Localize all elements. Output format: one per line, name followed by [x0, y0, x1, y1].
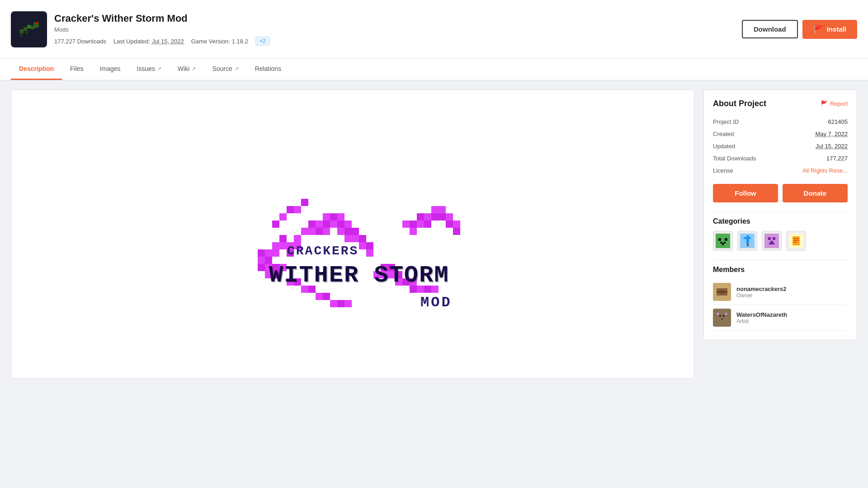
project-id-value: 621405	[828, 118, 848, 125]
svg-rect-50	[366, 242, 373, 249]
category-icon-2[interactable]	[762, 231, 782, 251]
about-title: About Project	[713, 99, 766, 108]
svg-rect-86	[330, 300, 337, 307]
categories-title: Categories	[713, 217, 848, 225]
svg-rect-63	[446, 213, 453, 221]
svg-rect-3	[27, 25, 31, 28]
download-button[interactable]: Download	[742, 20, 798, 38]
divider-2	[713, 260, 848, 260]
divider-1	[713, 211, 848, 212]
svg-rect-62	[439, 213, 446, 221]
updated-value: Jul 15, 2022	[816, 143, 848, 150]
category-icon-1[interactable]	[737, 231, 757, 251]
svg-rect-116	[793, 240, 799, 241]
wither-storm-image: CRACKERS WITHER STORM MOD WITHER STORM	[194, 121, 511, 347]
svg-rect-101	[720, 242, 722, 244]
svg-rect-57	[424, 213, 431, 221]
tab-source[interactable]: Source ↗	[204, 59, 246, 80]
svg-rect-109	[768, 237, 771, 240]
sidebar: About Project 🚩 Report Project ID 621405…	[703, 89, 857, 340]
svg-rect-41	[337, 221, 344, 228]
svg-rect-107	[747, 244, 749, 246]
svg-rect-99	[718, 238, 721, 241]
report-button[interactable]: 🚩 Report	[821, 100, 848, 107]
svg-rect-10	[35, 22, 37, 24]
svg-rect-51	[366, 249, 373, 257]
tab-images[interactable]: Images	[92, 59, 129, 80]
svg-rect-115	[793, 238, 799, 239]
svg-text:CRACKERS: CRACKERS	[287, 244, 359, 258]
svg-rect-112	[769, 243, 774, 244]
svg-rect-49	[359, 242, 366, 249]
svg-rect-47	[352, 235, 359, 242]
follow-button[interactable]: Follow	[713, 184, 778, 202]
svg-rect-21	[294, 235, 301, 242]
svg-rect-53	[410, 221, 417, 228]
svg-rect-90	[279, 213, 287, 221]
member-role-1: Artist	[736, 318, 848, 324]
top-actions: Download 🚩 Install	[742, 20, 857, 39]
svg-text:WITHER STORM: WITHER STORM	[270, 263, 450, 290]
member-row-0: nonamecrackers2 Owner	[713, 279, 848, 305]
svg-rect-33	[316, 221, 323, 228]
svg-rect-103	[722, 243, 724, 245]
svg-rect-66	[453, 228, 460, 235]
tab-relations[interactable]: Relations	[247, 59, 289, 80]
svg-rect-128	[717, 313, 719, 315]
donate-button[interactable]: Donate	[783, 184, 848, 202]
svg-rect-61	[439, 206, 446, 213]
svg-rect-36	[323, 221, 330, 228]
svg-rect-7	[25, 31, 28, 33]
svg-rect-31	[308, 221, 316, 228]
tab-description[interactable]: Description	[11, 59, 62, 80]
about-card: About Project 🚩 Report Project ID 621405…	[703, 89, 857, 340]
created-value: May 7, 2022	[815, 131, 848, 137]
member-info-0: nonamecrackers2 Owner	[736, 286, 848, 299]
tab-wiki[interactable]: Wiki ↗	[170, 59, 204, 80]
svg-rect-56	[417, 221, 424, 228]
members-title: Members	[713, 266, 848, 274]
top-bar: Cracker's Wither Storm Mod Mods 177,227 …	[0, 0, 868, 59]
members-section: Members nonamecrackers2 Owner	[713, 266, 848, 331]
member-name-0[interactable]: nonamecrackers2	[736, 286, 848, 292]
total-downloads-value: 177,227	[826, 155, 848, 162]
svg-rect-102	[724, 242, 726, 244]
member-name-1[interactable]: WatersOfNazareth	[736, 311, 848, 318]
category-icon-0[interactable]	[713, 231, 733, 251]
tab-issues[interactable]: Issues ↗	[129, 59, 170, 80]
svg-rect-85	[323, 293, 330, 300]
svg-rect-89	[272, 221, 279, 228]
svg-rect-40	[337, 213, 344, 221]
main-content: CRACKERS WITHER STORM MOD WITHER STORM A…	[0, 80, 868, 388]
last-updated: Last Updated: Jul 15, 2022	[113, 38, 184, 45]
svg-rect-43	[344, 221, 352, 228]
svg-rect-106	[744, 237, 751, 239]
updated-row: Updated Jul 15, 2022	[713, 140, 848, 152]
svg-rect-125	[721, 319, 723, 319]
svg-rect-44	[344, 228, 352, 235]
svg-rect-30	[301, 228, 308, 235]
svg-rect-52	[402, 221, 410, 228]
downloads-count: 177,227 Downloads	[54, 38, 106, 45]
svg-rect-55	[417, 213, 424, 221]
svg-rect-17	[279, 235, 287, 242]
version-badge[interactable]: +2	[255, 37, 270, 46]
svg-rect-48	[359, 235, 366, 242]
svg-rect-58	[424, 221, 431, 228]
svg-rect-18	[279, 242, 287, 249]
member-info-1: WatersOfNazareth Artist	[736, 311, 848, 324]
svg-rect-35	[323, 213, 330, 221]
svg-rect-1	[20, 29, 24, 33]
svg-rect-12	[258, 257, 265, 264]
member-avatar-1	[713, 309, 731, 327]
mod-meta: 177,227 Downloads Last Updated: Jul 15, …	[54, 37, 742, 46]
svg-rect-92	[294, 206, 301, 213]
created-row: Created May 7, 2022	[713, 128, 848, 140]
license-value[interactable]: All Rights Rese...	[802, 167, 848, 174]
svg-rect-54	[410, 228, 417, 235]
svg-rect-129	[725, 313, 727, 315]
install-button[interactable]: 🚩 Install	[802, 20, 857, 39]
tab-files[interactable]: Files	[62, 59, 92, 80]
category-icon-3[interactable]	[786, 231, 806, 251]
flag-icon: 🚩	[821, 100, 828, 107]
